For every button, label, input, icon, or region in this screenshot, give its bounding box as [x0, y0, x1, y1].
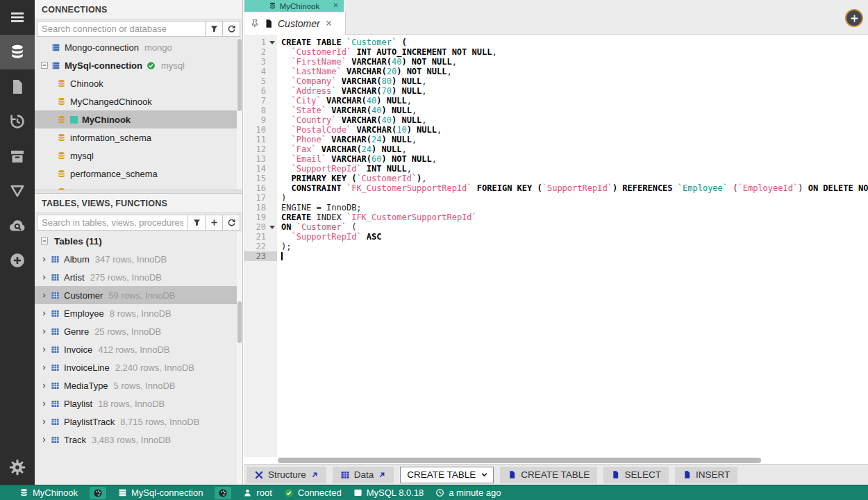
chevron-right-icon[interactable] [40, 274, 48, 281]
table-item-genre[interactable]: Genre25 rows, InnoDB [35, 322, 242, 340]
table-item-album[interactable]: Album347 rows, InnoDB [35, 250, 242, 268]
tables-scrollbar[interactable] [237, 232, 242, 485]
database-item-sys[interactable]: sys [35, 183, 242, 190]
sidebar-item-files[interactable] [0, 69, 35, 104]
pin-icon[interactable] [250, 19, 260, 28]
code-line[interactable]: CREATE TABLE `Customer` ( [281, 38, 868, 47]
collapse-toggle[interactable] [39, 235, 50, 247]
scrollbar-thumb[interactable] [237, 39, 242, 111]
connections-scrollbar[interactable] [237, 38, 242, 190]
structure-button[interactable]: Structure [247, 467, 326, 483]
code-line[interactable]: `CustomerId` INT AUTO_INCREMENT NOT NULL… [281, 47, 868, 57]
create-table-button[interactable]: CREATE TABLE [500, 467, 597, 483]
database-item-mysql[interactable]: mysql [35, 147, 242, 165]
tables-add-button[interactable] [206, 215, 223, 231]
sql-template-select[interactable]: CREATE TABLE [400, 467, 494, 483]
sidebar-item-cloud-search[interactable] [0, 208, 35, 243]
sidebar-item-archive[interactable] [0, 139, 35, 174]
database-color-button[interactable] [90, 487, 106, 499]
chevron-right-icon[interactable] [40, 310, 48, 317]
code-line[interactable]: ); [281, 242, 868, 251]
connections-filter-button[interactable] [206, 21, 223, 37]
tab-title: Customer [278, 18, 320, 29]
chevron-right-icon[interactable] [40, 292, 48, 299]
table-item-employee[interactable]: Employee8 rows, InnoDB [35, 304, 242, 322]
code-line[interactable]: `SupportRepId` ASC [281, 232, 868, 242]
database-item-information_schema[interactable]: information_schema [35, 128, 242, 147]
tab-customer[interactable]: Customer [244, 12, 346, 35]
code-line[interactable]: `Company` VARCHAR(80) NULL, [281, 76, 868, 86]
code-line[interactable]: `City` VARCHAR(40) NULL, [281, 96, 868, 106]
code-line[interactable] [281, 251, 868, 261]
code-line[interactable]: CONSTRAINT `FK_CustomerSupportRepId` FOR… [281, 183, 868, 193]
code-line[interactable]: `State` VARCHAR(40) NULL, [281, 106, 868, 115]
fold-toggle-icon[interactable] [269, 226, 275, 229]
fold-toggle-icon[interactable] [269, 41, 275, 44]
chevron-right-icon[interactable] [40, 382, 48, 390]
insert-button[interactable]: INSERT [675, 467, 737, 483]
code-line[interactable]: PRIMARY KEY (`CustomerId`), [281, 174, 868, 183]
table-item-customer[interactable]: Customer59 rows, InnoDB [35, 286, 242, 304]
code-line[interactable]: `Email` VARCHAR(60) NOT NULL, [281, 154, 868, 164]
code-line[interactable]: `Country` VARCHAR(40) NULL, [281, 115, 868, 125]
database-item-chinook[interactable]: Chinook [35, 74, 242, 92]
tables-search-input[interactable] [37, 215, 188, 231]
chevron-right-icon[interactable] [40, 328, 48, 335]
settings-button[interactable] [0, 450, 35, 485]
database-item-mychinook[interactable]: MyChinook [35, 110, 242, 128]
sidebar-item-database[interactable] [0, 35, 35, 69]
table-item-invoiceline[interactable]: InvoiceLine2,240 rows, InnoDB [35, 358, 242, 376]
database-item-performance_schema[interactable]: performance_schema [35, 165, 242, 183]
code-line[interactable]: `FirstName` VARCHAR(40) NOT NULL, [281, 57, 868, 67]
close-icon[interactable] [332, 1, 340, 9]
chevron-right-icon[interactable] [40, 346, 48, 353]
tables-group-header[interactable]: Tables (11) [35, 232, 242, 250]
editor-code[interactable]: CREATE TABLE `Customer` ( `CustomerId` I… [277, 35, 868, 457]
code-line[interactable]: `Fax` VARCHAR(24) NULL, [281, 144, 868, 154]
table-item-artist[interactable]: Artist275 rows, InnoDB [35, 268, 242, 286]
code-line[interactable]: `Address` VARCHAR(70) NULL, [281, 86, 868, 96]
data-button[interactable]: Data [333, 467, 394, 483]
tables-refresh-button[interactable] [223, 215, 240, 231]
code-line[interactable]: CREATE INDEX `IFK_CustomerSupportRepId` [281, 212, 868, 222]
collapse-toggle[interactable] [39, 60, 50, 71]
code-line[interactable]: ON `Customer` ( [281, 222, 868, 232]
code-line[interactable]: `SupportRepId` INT NULL, [281, 164, 868, 174]
sql-editor[interactable]: 1234567891011121314151617181920212223 CR… [244, 35, 868, 457]
scrollbar-thumb[interactable] [237, 301, 242, 343]
table-item-playlist[interactable]: Playlist18 rows, InnoDB [35, 394, 242, 412]
chevron-right-icon[interactable] [40, 364, 48, 372]
table-item-invoice[interactable]: Invoice412 rows, InnoDB [35, 340, 242, 358]
chevron-right-icon[interactable] [40, 400, 48, 408]
close-icon[interactable] [324, 19, 333, 28]
sidebar-item-filters[interactable] [0, 174, 35, 208]
scrollbar-thumb[interactable] [278, 458, 761, 463]
code-line[interactable]: `PostalCode` VARCHAR(10) NULL, [281, 125, 868, 135]
code-line[interactable]: `LastName` VARCHAR(20) NOT NULL, [281, 67, 868, 76]
connections-search-input[interactable] [37, 21, 206, 37]
table-item-mediatype[interactable]: MediaType5 rows, InnoDB [35, 376, 242, 394]
new-tab-button[interactable] [845, 9, 863, 27]
tab-group-mychinook[interactable]: MyChinook [244, 0, 344, 12]
connection-item-mysql-connection[interactable]: MySql-connectionmysql [35, 56, 242, 74]
tables-tree: Tables (11)Album347 rows, InnoDBArtist27… [35, 232, 242, 485]
sidebar-item-add[interactable] [0, 243, 35, 278]
connection-color-button[interactable] [215, 487, 231, 499]
tables-filter-button[interactable] [188, 215, 206, 231]
code-line[interactable]: ) [281, 193, 868, 203]
sidebar-item-history[interactable] [0, 104, 35, 139]
editor-hscrollbar[interactable] [244, 457, 868, 464]
table-item-track[interactable]: Track3,483 rows, InnoDB [35, 431, 242, 449]
code-line[interactable]: `Phone` VARCHAR(24) NULL, [281, 135, 868, 144]
menu-icon[interactable] [0, 0, 35, 35]
chevron-right-icon[interactable] [40, 436, 48, 444]
code-line[interactable]: ENGINE = InnoDB; [281, 203, 868, 212]
select-button[interactable]: SELECT [603, 467, 669, 483]
database-item-mychangedchinook[interactable]: MyChangedChinook [35, 92, 242, 110]
connection-item-mongo-connection[interactable]: Mongo-connectionmongo [35, 38, 242, 56]
chevron-right-icon[interactable] [40, 256, 48, 263]
connections-refresh-button[interactable] [223, 21, 240, 37]
refresh-icon [227, 24, 236, 33]
table-item-playlisttrack[interactable]: PlaylistTrack8,715 rows, InnoDB [35, 412, 242, 431]
chevron-right-icon[interactable] [40, 418, 48, 426]
